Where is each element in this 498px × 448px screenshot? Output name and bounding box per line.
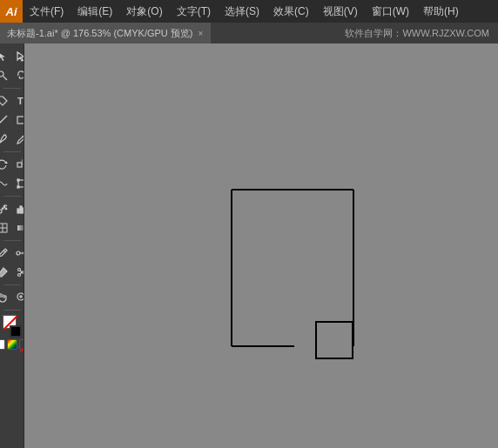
menu-bar: 文件(F) 编辑(E) 对象(O) 文字(T) 选择(S) 效果(C) 视图(V… <box>23 0 498 23</box>
svg-rect-10 <box>17 179 19 181</box>
app-logo: Ai <box>0 0 23 23</box>
svg-point-1 <box>0 71 3 77</box>
mesh-tool[interactable] <box>0 218 12 237</box>
toolbar: T <box>0 43 24 448</box>
svg-rect-25 <box>17 225 25 231</box>
svg-line-26 <box>3 251 5 252</box>
scissors-tool[interactable] <box>12 263 25 282</box>
svg-point-15 <box>3 206 5 208</box>
separator-3 <box>3 196 21 197</box>
svg-point-16 <box>5 208 7 210</box>
pen-tool[interactable] <box>0 91 12 110</box>
rotate-tool[interactable] <box>0 155 12 174</box>
selection-tool[interactable] <box>0 47 12 66</box>
paintbrush-tool[interactable] <box>0 130 12 149</box>
warp-tool[interactable] <box>0 174 12 193</box>
line-tool[interactable] <box>0 110 12 130</box>
direct-selection-tool[interactable] <box>12 47 25 66</box>
separator-5 <box>3 284 21 285</box>
tool-row-wand <box>0 66 24 85</box>
menu-object[interactable]: 对象(O) <box>119 0 169 23</box>
tool-row-warp <box>0 174 24 193</box>
svg-line-0 <box>3 77 7 80</box>
title-bar: Ai 文件(F) 编辑(E) 对象(O) 文字(T) 选择(S) 效果(C) 视… <box>0 0 498 23</box>
rect-tool[interactable] <box>12 110 25 130</box>
free-transform-tool[interactable] <box>12 174 25 193</box>
lasso-tool[interactable] <box>12 66 25 85</box>
menu-help[interactable]: 帮助(H) <box>416 0 466 23</box>
eraser-tool[interactable] <box>0 263 12 282</box>
tab-close-button[interactable]: × <box>199 29 204 38</box>
svg-point-27 <box>17 251 20 255</box>
active-tab[interactable]: 未标题-1.ai* @ 176.53% (CMYK/GPU 预览) × <box>0 23 211 43</box>
scale-tool[interactable] <box>12 155 25 174</box>
menu-window[interactable]: 窗口(W) <box>365 0 416 23</box>
menu-view[interactable]: 视图(V) <box>316 0 365 23</box>
svg-rect-4 <box>17 117 25 124</box>
tool-row-selection <box>0 47 24 66</box>
tool-row-eyedropper <box>0 244 24 263</box>
svg-rect-19 <box>20 206 22 213</box>
separator-2 <box>3 151 21 152</box>
tool-row-eraser <box>0 263 24 282</box>
menu-file[interactable]: 文件(F) <box>23 0 71 23</box>
separator-1 <box>3 88 21 89</box>
tab-title: 未标题-1.ai* @ 176.53% (CMYK/GPU 预览) <box>7 27 193 40</box>
svg-rect-44 <box>316 322 353 358</box>
color-mode-row <box>0 339 24 350</box>
gradient-tool[interactable] <box>12 218 25 237</box>
hand-tool[interactable] <box>0 288 12 307</box>
svg-rect-12 <box>17 186 19 188</box>
main-area: T <box>0 43 498 448</box>
gradient-mode-btn[interactable] <box>7 339 17 350</box>
type-tool[interactable]: T <box>12 91 25 110</box>
column-graph-tool[interactable] <box>12 199 25 218</box>
separator-6 <box>3 310 21 311</box>
tool-row-line <box>0 110 24 130</box>
stroke-color-box[interactable] <box>10 325 22 338</box>
separator-4 <box>3 240 21 241</box>
svg-point-14 <box>0 210 2 213</box>
svg-rect-18 <box>17 209 19 213</box>
menu-edit[interactable]: 编辑(E) <box>71 0 119 23</box>
color-mode-btn[interactable] <box>0 339 5 350</box>
menu-effect[interactable]: 效果(C) <box>266 0 316 23</box>
color-boxes <box>1 315 24 338</box>
blend-tool[interactable] <box>12 244 25 263</box>
svg-rect-7 <box>17 163 22 167</box>
pencil-tool[interactable] <box>12 130 25 149</box>
tab-bar: 未标题-1.ai* @ 176.53% (CMYK/GPU 预览) × 软件自学… <box>0 23 498 43</box>
magic-wand-tool[interactable] <box>0 66 12 85</box>
canvas-area[interactable] <box>24 43 498 448</box>
tool-row-symbol <box>0 199 24 218</box>
svg-text:T: T <box>17 96 24 106</box>
menu-text[interactable]: 文字(T) <box>170 0 218 23</box>
svg-point-17 <box>2 208 3 210</box>
tab-watermark: 软件自学网：WWW.RJZXW.COM <box>345 27 498 40</box>
canvas-svg <box>24 43 498 448</box>
tool-row-rotate <box>0 155 24 174</box>
svg-line-3 <box>0 116 7 124</box>
menu-select[interactable]: 选择(S) <box>218 0 266 23</box>
tool-row-hand <box>0 288 24 307</box>
zoom-tool[interactable] <box>12 288 25 307</box>
tool-row-brush <box>0 130 24 149</box>
symbol-sprayer-tool[interactable] <box>0 199 12 218</box>
eyedropper-tool[interactable] <box>0 244 12 263</box>
tool-row-mesh <box>0 218 24 237</box>
tool-row-pen: T <box>0 91 24 110</box>
